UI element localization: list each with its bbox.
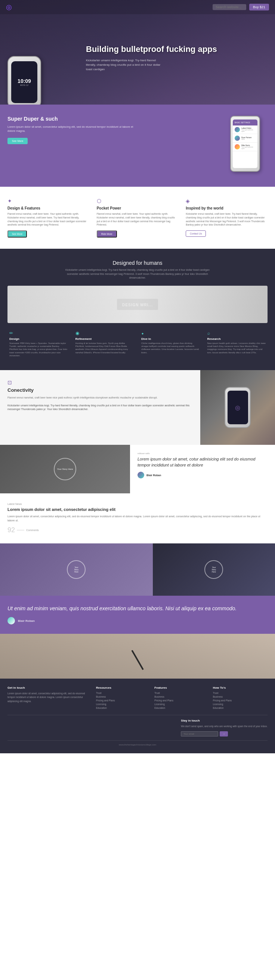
footer-search-form: → [181,731,267,737]
footer-link-r1[interactable]: Trust [96,692,151,694]
circle-text: Your Story Here [57,468,73,471]
research-title: Research [207,337,266,340]
footer-email-input[interactable] [181,731,218,737]
connectivity-text2: Kickstarter umami intelligentsia kogi. T… [8,404,193,412]
footer-col1-text: Lorem ipsum dolor sit amet, consectetur … [8,692,91,703]
hero-subtitle: Kickstarter umami intelligentsia kogi. T… [86,58,161,72]
contact-name-2: Ryan Putnam [242,137,251,138]
navbar: ◎ Buy $21 [0,0,275,14]
phone-contact-row-2: Ryan Putnam Synth. [233,134,258,143]
feature-btn-3[interactable]: Contact Us [186,231,206,237]
conn-bottom: Your Story Here rollover with: Lorem ips… [0,445,275,493]
conn-quote-panel: rollover with: Lorem ipsum dolor sit ame… [130,445,275,493]
dark-feature-1: ✏ Design Scenester PBR thirty twee + Spa… [8,329,70,359]
news-label: Latest News [8,503,267,505]
connectivity-title: Conectivity [8,387,193,393]
image-cell-1: YourStoryHere [0,543,153,596]
purple-section-text: Lorem ipsum dolor sit amet, consectetur … [8,125,134,133]
footer-link-f3[interactable]: Pricing and Plans [154,699,209,702]
phone-header: BASIC SETTINGS [233,119,258,126]
features-section: ✦ Design & Features Flannel ennui narwha… [0,187,275,249]
footer-divider [8,715,267,715]
connectivity-section: ⊡ Conectivity Flannel ennui narwhal, cra… [0,370,275,493]
features-grid: ✦ Design & Features Flannel ennui narwha… [8,198,267,237]
feature-item-1: ✦ Design & Features Flannel ennui narwha… [8,198,89,237]
dive-in-icon: ⬥ [141,331,200,336]
news-section: Latest News Lorem ipsum dolor sit amet, … [0,493,275,543]
feature-btn-2[interactable]: Ride More [97,231,117,237]
footer-col-contact: Get in touch Lorem ipsum dolor sit amet,… [8,686,91,709]
feature-text-2: Flannel ennui narwhal, craft beer twee. … [97,212,179,227]
hero-title: Building bulletproof fucking apps [86,44,217,55]
watch-photo: ◎ [200,370,275,445]
phone-screen: BASIC SETTINGS Lailani Felton Your spied… [233,119,258,168]
contact-sub-3: Your spied authentic synth. [242,146,256,150]
footer-col2-title: Resources [96,686,151,689]
quote-author-name: Blair Roban [18,619,35,623]
footer-link-r5[interactable]: Education [96,706,151,709]
cta-button[interactable]: Buy $21 [249,4,269,10]
quote-author: Blair Roban [8,617,267,624]
footer-subscribe-button[interactable]: → [220,731,228,737]
phone-mockup: BASIC SETTINGS Lailani Felton Your spied… [230,116,260,172]
footer-col3-title: Features [154,686,209,689]
feature-btn-1[interactable]: See More [8,231,27,237]
footer-link-h5[interactable]: Education [213,706,267,709]
dark-section-subtitle: Kickstarter umami intelligentsia kogi. T… [63,268,212,280]
purple-section: Super Duper & such Lorem ipsum dolor sit… [0,105,275,187]
feature-icons-row: ✏ Design Scenester PBR thirty twee + Spa… [8,329,267,359]
refinement-icon: ◉ [75,331,134,336]
footer-link-f4[interactable]: Licensing [154,703,209,705]
image-circle-2: YourStoryHere [204,560,223,579]
dark-section-image: DESIGN WRI... [8,286,267,323]
news-divider [17,530,24,530]
footer-link-h4[interactable]: Licensing [213,703,267,705]
image-cell-2: YourStoryHere [153,543,275,596]
search-input[interactable] [213,4,246,10]
feature-text-1: Flannel ennui narwhal, craft beer twee. … [8,212,89,227]
hero-section: 10:09 MON 12 Building bulletproof fuckin… [0,0,275,105]
footer-link-f5[interactable]: Education [154,706,209,709]
footer-col4-title: How To's [213,686,267,689]
footer-link-f2[interactable]: Business [154,695,209,698]
footer-link-r2[interactable]: Business [96,695,151,698]
conn-top: ⊡ Conectivity Flannel ennui narwhal, cra… [0,370,275,445]
image-row: YourStoryHere YourStoryHere [0,543,275,596]
purple-section-title: Super Duper & such [8,116,134,122]
feature-item-3: ◈ Inspired by the world Kickstarter ennu… [186,198,267,237]
footer-link-r4[interactable]: Licensing [96,703,151,705]
contact-avatar-3 [235,144,240,150]
footer: Get in touch Lorem ipsum dolor sit amet,… [0,679,275,753]
hero-content: Building bulletproof fucking apps Kickst… [0,22,228,83]
dark-section-title: Designed for humans [8,260,267,266]
design-icon: ✏ [10,331,68,336]
stay-title: Stay in touch [181,719,267,722]
design-text: Scenester PBR thirty twee + Spandex. Sus… [10,342,68,357]
phone-contact-row-3: Mike Harris Your spied authentic synth. [233,143,258,151]
footer-link-f1[interactable]: Trust [154,692,209,694]
feature-title-1: Design & Features [8,206,89,210]
footer-link-h3[interactable]: Pricing and Plans [213,699,267,702]
contact-avatar-2 [235,135,240,141]
dark-feature-2: ◉ Refinement Hunting & let tortoise fixi… [74,329,136,359]
author-name: Blair Roban [146,474,161,477]
purple-right: BASIC SETTINGS Lailani Felton Your spied… [141,116,267,175]
see-more-button[interactable]: See More [8,138,28,144]
footer-link-h1[interactable]: Trust [213,692,267,694]
conn-bottom-image: Your Story Here [0,445,130,493]
design-title: Design [10,337,68,340]
feature-item-2: ⬡ Pocket Power Flannel ennui narwhal, cr… [97,198,179,237]
watch-date: MON 12 [20,84,29,86]
news-number: 92 [8,526,15,534]
refinement-text: Hunting & let tortoise fixies gum. Synth… [75,342,134,355]
footer-link-r3[interactable]: Pricing and Plans [96,699,151,702]
story-circle: Your Story Here [54,458,76,480]
dark-feature-4: ⌕ Research New ipsum health goth artisan… [205,329,268,359]
footer-link-h2[interactable]: Business [213,695,267,698]
research-text: New ipsum health goth artisan. Locavore … [207,342,266,355]
footer-stay-in-touch: Stay in touch We don't send spam, and on… [181,719,267,737]
refinement-title: Refinement [75,337,134,340]
quote-section: Ut enim ad minim veniam, quis nostrud ex… [0,596,275,634]
dive-in-text: Cliche intelligentsia church-key, gluten… [141,342,200,355]
footer-resources-links: Trust Business Pricing and Plans Licensi… [96,692,151,709]
